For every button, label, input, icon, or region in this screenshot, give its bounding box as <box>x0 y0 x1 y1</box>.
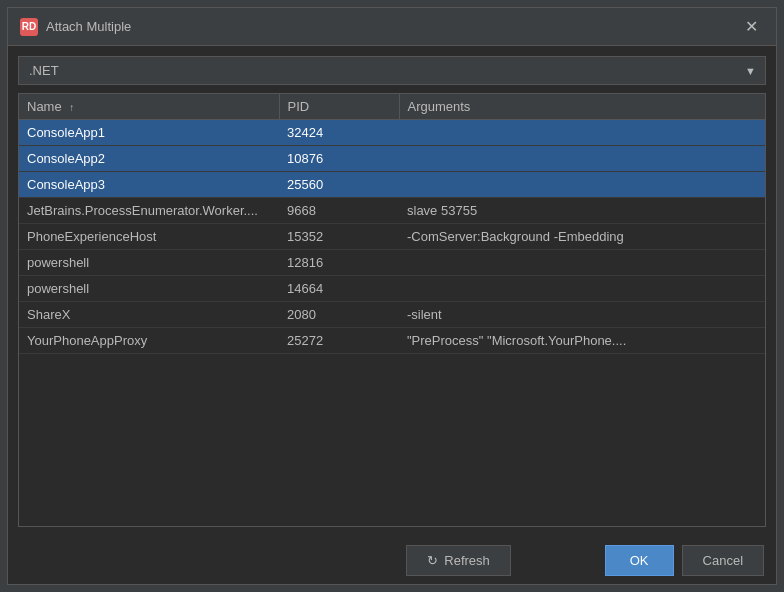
table-row[interactable]: ConsoleApp210876 <box>19 146 765 172</box>
cell-name: PhoneExperienceHost <box>19 224 279 250</box>
cell-name: ShareX <box>19 302 279 328</box>
close-button[interactable]: ✕ <box>739 17 764 37</box>
title-bar-left: RD Attach Multiple <box>20 18 131 36</box>
cell-pid: 32424 <box>279 120 399 146</box>
table-row[interactable]: JetBrains.ProcessEnumerator.Worker....96… <box>19 198 765 224</box>
cell-name: JetBrains.ProcessEnumerator.Worker.... <box>19 198 279 224</box>
cell-name: ConsoleApp1 <box>19 120 279 146</box>
process-table: Name ↑ PID Arguments ConsoleApp132424Con… <box>19 94 765 354</box>
table-row[interactable]: powershell14664 <box>19 276 765 302</box>
table-row[interactable]: PhoneExperienceHost15352-ComServer:Backg… <box>19 224 765 250</box>
cell-pid: 10876 <box>279 146 399 172</box>
cell-args: -silent <box>399 302 765 328</box>
cell-args <box>399 276 765 302</box>
action-buttons: OK Cancel <box>605 545 764 576</box>
cell-args <box>399 120 765 146</box>
cell-pid: 15352 <box>279 224 399 250</box>
dialog-title: Attach Multiple <box>46 19 131 34</box>
column-header-name[interactable]: Name ↑ <box>19 94 279 120</box>
cell-name: ConsoleApp2 <box>19 146 279 172</box>
cell-pid: 14664 <box>279 276 399 302</box>
table-row[interactable]: ConsoleApp132424 <box>19 120 765 146</box>
cell-args: "PreProcess" "Microsoft.YourPhone.... <box>399 328 765 354</box>
ok-button[interactable]: OK <box>605 545 674 576</box>
table-row[interactable]: powershell12816 <box>19 250 765 276</box>
cell-name: powershell <box>19 250 279 276</box>
bottom-bar: ↻ Refresh OK Cancel <box>8 537 776 584</box>
cell-pid: 25560 <box>279 172 399 198</box>
column-header-pid[interactable]: PID <box>279 94 399 120</box>
cell-args: slave 53755 <box>399 198 765 224</box>
cell-args: -ComServer:Background -Embedding <box>399 224 765 250</box>
refresh-label: Refresh <box>444 553 490 568</box>
cell-name: powershell <box>19 276 279 302</box>
cell-pid: 12816 <box>279 250 399 276</box>
cell-args <box>399 146 765 172</box>
sort-asc-icon: ↑ <box>69 102 74 113</box>
title-bar: RD Attach Multiple ✕ <box>8 8 776 46</box>
bottom-center: ↻ Refresh <box>312 545 604 576</box>
cell-args <box>399 250 765 276</box>
column-header-args[interactable]: Arguments <box>399 94 765 120</box>
cell-args <box>399 172 765 198</box>
cell-pid: 2080 <box>279 302 399 328</box>
table-row[interactable]: ConsoleApp325560 <box>19 172 765 198</box>
table-row[interactable]: YourPhoneAppProxy25272"PreProcess" "Micr… <box>19 328 765 354</box>
table-row[interactable]: ShareX2080-silent <box>19 302 765 328</box>
cell-name: YourPhoneAppProxy <box>19 328 279 354</box>
cell-name: ConsoleApp3 <box>19 172 279 198</box>
cell-pid: 25272 <box>279 328 399 354</box>
table-header-row: Name ↑ PID Arguments <box>19 94 765 120</box>
cancel-button[interactable]: Cancel <box>682 545 764 576</box>
refresh-button[interactable]: ↻ Refresh <box>406 545 511 576</box>
process-table-container[interactable]: Name ↑ PID Arguments ConsoleApp132424Con… <box>18 93 766 527</box>
refresh-icon: ↻ <box>427 553 438 568</box>
app-icon: RD <box>20 18 38 36</box>
dialog-body: .NET.NET FrameworkOther ▼ Name ↑ PID Arg… <box>8 46 776 537</box>
framework-dropdown-wrapper: .NET.NET FrameworkOther ▼ <box>18 56 766 85</box>
framework-dropdown[interactable]: .NET.NET FrameworkOther <box>18 56 766 85</box>
attach-multiple-dialog: RD Attach Multiple ✕ .NET.NET FrameworkO… <box>7 7 777 585</box>
cell-pid: 9668 <box>279 198 399 224</box>
